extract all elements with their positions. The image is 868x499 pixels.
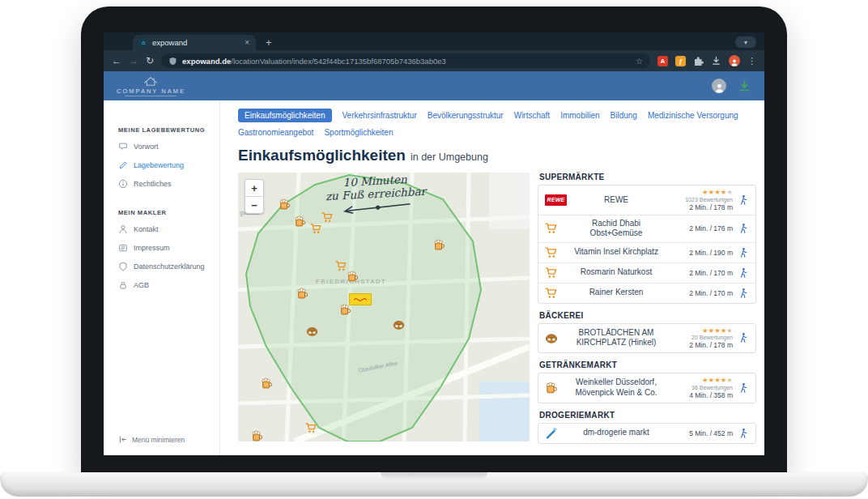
poi-name: BROTLÄDCHEN AM KIRCHPLATZ (Hinkel) <box>569 328 663 348</box>
back-button[interactable]: ← <box>112 56 121 66</box>
section-title-baeckerei: BÄCKEREI <box>539 311 756 320</box>
poi-row[interactable]: Rachid Dhabi Obst+Gemüse 2 Min. / 176 m <box>538 215 755 242</box>
walk-time: 2 Min. / 190 m <box>663 249 733 257</box>
downloads-icon[interactable] <box>711 56 721 66</box>
tab-wirtschaft[interactable]: Wirtschaft <box>514 111 550 120</box>
page-title: Einkaufsmöglichkeiten <box>238 147 406 164</box>
download-report-icon[interactable] <box>738 79 751 92</box>
star-rating: ★★★★★ <box>663 327 733 335</box>
beer-marker[interactable] <box>261 377 273 390</box>
browser-profile-avatar[interactable] <box>729 55 740 66</box>
main-content: Einkaufsmöglichkeiten Verkehrsinfrastruk… <box>220 100 764 455</box>
tab-verkehrsinfrastruktur[interactable]: Verkehrsinfrastruktur <box>343 111 417 120</box>
logo-divider <box>125 96 177 96</box>
poi-name: dm-drogerie markt <box>569 428 663 438</box>
extension-icon[interactable]: ƒ <box>675 56 686 66</box>
star-rating: ★★★★★ <box>663 189 733 196</box>
category-tabs-row2: Gastronomieangebot Sportmöglichkeiten <box>238 128 756 137</box>
collapse-icon <box>118 435 127 444</box>
sidebar: MEINE LAGEBEWERTUNG Vorwort Lagebewertun… <box>104 100 220 455</box>
extensions-puzzle-icon[interactable] <box>693 55 704 66</box>
sidebar-item-kontakt[interactable]: Kontakt <box>118 224 219 234</box>
walk-time: 2 Min. / 170 m <box>663 289 733 297</box>
beer-marker[interactable] <box>347 271 359 283</box>
webpage: COMPANY NAME MEINE LAGEBEWERTUNG Vorwort <box>104 71 764 455</box>
browser-menu-icon[interactable]: ⋮ <box>747 56 756 66</box>
store-logo-marker[interactable] <box>349 293 372 305</box>
beer-marker[interactable] <box>279 198 291 211</box>
section-title-drogeriemarkt: DROGERIEMARKT <box>539 411 756 420</box>
poi-name: Vitamin Insel Kirchplatz <box>569 247 663 258</box>
walk-time: 5 Min. / 452 m <box>663 429 733 437</box>
tab-close-icon[interactable]: × <box>245 38 249 47</box>
sidebar-item-datenschutz[interactable]: Datenschutzerklärung <box>118 262 219 271</box>
cart-marker[interactable] <box>305 422 317 434</box>
browser-tab[interactable]: ⌂ expowand × <box>133 35 256 50</box>
poi-panel: SUPERMÄRKTE REWE REWE ★★★★★ 1023 Bewertu… <box>538 173 756 451</box>
refresh-button[interactable]: ↻ <box>146 56 154 66</box>
star-rating: ★★★★★ <box>663 377 733 384</box>
beer-marker[interactable] <box>294 215 306 228</box>
poi-row[interactable]: dm-drogerie markt 5 Min. / 452 m <box>538 424 755 443</box>
tab-bildung[interactable]: Bildung <box>611 111 637 120</box>
poi-name: Rosmarin Naturkost <box>569 267 663 278</box>
poi-row[interactable]: Weinkeller Düsseldorf, Mövenpick Wein & … <box>538 373 755 403</box>
sidebar-item-vorwort[interactable]: Vorwort <box>118 142 219 151</box>
pretzel-marker[interactable] <box>306 325 318 337</box>
address-bar[interactable]: expowand.de/locationValuation/index/542f… <box>161 53 650 68</box>
info-icon <box>118 179 128 189</box>
zoom-out-button[interactable]: − <box>245 196 263 213</box>
site-info-shield-icon[interactable] <box>168 57 177 66</box>
forward-button[interactable]: → <box>129 56 138 66</box>
poi-row[interactable]: Vitamin Insel Kirchplatz 2 Min. / 190 m <box>538 242 755 262</box>
cart-icon <box>545 287 569 300</box>
sidebar-item-agb[interactable]: AGB <box>118 280 219 290</box>
poi-row[interactable]: BROTLÄDCHEN AM KIRCHPLATZ (Hinkel) ★★★★★… <box>538 324 755 353</box>
sidebar-item-lagebewertung[interactable]: Lagebewertung <box>118 160 219 170</box>
tab-bevoelkerungsstruktur[interactable]: Bevölkerungsstruktur <box>428 111 504 120</box>
tab-immobilien[interactable]: Immobilien <box>560 111 599 120</box>
walking-person-icon <box>738 194 749 206</box>
tab-medizinische-versorgung[interactable]: Medizinische Versorgung <box>648 111 738 120</box>
bookmark-star-icon[interactable]: ☆ <box>636 57 643 66</box>
beer-marker[interactable] <box>433 239 445 251</box>
walking-person-icon <box>738 428 749 439</box>
page-subtitle: in der Umgebung <box>411 151 488 163</box>
beer-marker[interactable] <box>251 430 263 441</box>
walking-person-icon <box>738 247 749 258</box>
poi-name: REWE <box>569 195 663 206</box>
walk-time: 4 Min. / 358 m <box>663 391 733 399</box>
company-name: COMPANY NAME <box>117 87 185 95</box>
speech-bubble-icon <box>118 142 128 151</box>
page-heading: Einkaufsmöglichkeitenin der Umgebung <box>238 147 756 164</box>
pdf-extension-icon[interactable]: A <box>657 56 668 66</box>
sidebar-item-impressum[interactable]: Impressum <box>118 243 219 253</box>
cart-icon <box>545 267 569 279</box>
cart-marker[interactable] <box>335 260 347 272</box>
beer-marker[interactable] <box>296 288 308 300</box>
handwritten-annotation: 10 Minuten zu Fuß erreichbar <box>325 173 428 220</box>
category-tabs-row1: Einkaufsmöglichkeiten Verkehrsinfrastruk… <box>238 109 756 122</box>
poi-name: Weinkeller Düsseldorf, Mövenpick Wein & … <box>569 377 663 398</box>
tab-sportmoeglichkeiten[interactable]: Sportmöglichkeiten <box>324 128 393 137</box>
tab-einkaufsmoeglichkeiten[interactable]: Einkaufsmöglichkeiten <box>238 109 332 122</box>
tab-search-button[interactable]: ▾ <box>735 36 756 48</box>
sidebar-section-title: MEIN MAKLER <box>118 209 219 216</box>
poi-row-rewe[interactable]: REWE REWE ★★★★★ 1023 Bewertungen 2 Min. … <box>538 186 755 215</box>
poi-row[interactable]: Rosmarin Naturkost 2 Min. / 170 m <box>538 262 755 283</box>
sidebar-item-rechtliches[interactable]: Rechtliches <box>118 179 219 189</box>
poi-row[interactable]: Rainer Kersten 2 Min. / 170 m <box>538 283 755 303</box>
tab-title: expowand <box>152 38 240 47</box>
beer-marker[interactable] <box>339 304 351 316</box>
person-icon <box>118 224 128 234</box>
minimize-menu-button[interactable]: Menü minimieren <box>118 435 185 444</box>
new-tab-button[interactable]: + <box>266 35 272 50</box>
company-logo[interactable]: COMPANY NAME <box>117 75 185 96</box>
cart-marker[interactable] <box>310 223 322 235</box>
zoom-in-button[interactable]: + <box>245 180 263 196</box>
tab-gastronomieangebot[interactable]: Gastronomieangebot <box>238 128 313 137</box>
lock-icon <box>118 280 128 290</box>
map[interactable]: + − 10 Minuten zu Fuß erreichbar <box>238 173 530 441</box>
pretzel-marker[interactable] <box>393 318 405 331</box>
user-avatar[interactable] <box>712 79 726 93</box>
